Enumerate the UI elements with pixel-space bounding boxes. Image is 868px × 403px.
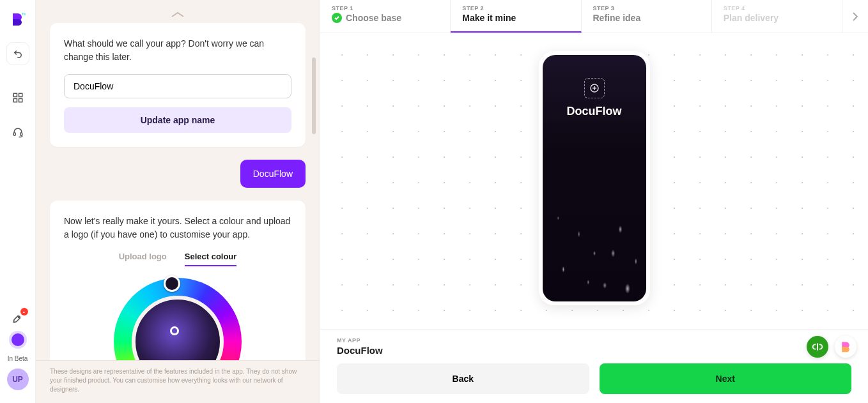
my-app-label: MY APP	[337, 337, 851, 344]
bottom-bar: MY APP DocuFlow Back Next	[320, 329, 868, 403]
main-area: STEP 1 Choose base STEP 2 Make it mine S…	[320, 0, 868, 403]
svg-rect-3	[13, 99, 17, 102]
notification-badge: •	[20, 308, 28, 316]
svg-rect-6	[20, 133, 22, 136]
undo-button[interactable]	[6, 42, 29, 65]
color-wheel[interactable]	[114, 278, 242, 360]
headset-icon[interactable]	[12, 126, 24, 138]
name-prompt-text: What should we call your app? Don't worr…	[64, 37, 291, 64]
step-3[interactable]: STEP 3 Refine idea	[582, 0, 712, 33]
svg-rect-5	[13, 133, 15, 136]
logo-placeholder[interactable]	[584, 78, 605, 98]
svg-rect-1	[13, 93, 17, 96]
svg-rect-4	[19, 99, 22, 102]
theme-color-indicator[interactable]	[9, 331, 27, 349]
brand-logo[interactable]: TM	[6, 8, 29, 31]
back-button[interactable]: Back	[337, 363, 589, 394]
phone-mockup: DocuFlow	[539, 51, 650, 305]
tab-select-colour[interactable]: Select colour	[185, 252, 237, 266]
customise-prompt-text: Now let's really make it yours. Select a…	[64, 215, 291, 241]
update-app-name-button[interactable]: Update app name	[64, 107, 291, 133]
next-button[interactable]: Next	[600, 363, 852, 394]
beta-label: In Beta	[8, 355, 28, 362]
svg-text:TM: TM	[22, 12, 26, 16]
apps-grid-icon[interactable]	[12, 92, 24, 103]
shade-handle[interactable]	[170, 326, 179, 335]
phone-background-art	[543, 141, 646, 301]
customise-card: Now let's really make it yours. Select a…	[50, 201, 306, 360]
config-panel: What should we call your app? Don't worr…	[36, 0, 320, 403]
app-name-input[interactable]	[64, 74, 291, 98]
step-1[interactable]: STEP 1 Choose base	[320, 0, 451, 33]
name-app-card: What should we call your app? Don't worr…	[50, 23, 306, 147]
hue-handle[interactable]	[164, 275, 180, 292]
svg-rect-2	[19, 93, 22, 96]
bottom-app-name: DocuFlow	[337, 345, 851, 356]
preview-canvas[interactable]: DocuFlow	[320, 33, 868, 329]
step-nav: STEP 1 Choose base STEP 2 Make it mine S…	[320, 0, 868, 33]
step-4: STEP 4 Plan delivery	[712, 0, 842, 33]
svg-rect-10	[817, 344, 818, 351]
panel-scrollbar[interactable]	[312, 57, 316, 134]
phone-app-name: DocuFlow	[567, 105, 622, 118]
step-2[interactable]: STEP 2 Make it mine	[451, 0, 581, 33]
user-message-bubble: DocuFlow	[240, 160, 306, 188]
phone-screen: DocuFlow	[543, 55, 646, 301]
rocket-icon[interactable]: •	[12, 312, 24, 324]
check-icon	[332, 13, 342, 23]
quickbooks-icon[interactable]	[807, 336, 828, 358]
user-avatar[interactable]: UP	[7, 369, 29, 390]
tab-upload-logo[interactable]: Upload logo	[119, 252, 167, 266]
steps-next-arrow[interactable]	[842, 0, 868, 33]
panel-disclaimer: These designs are representative of the …	[36, 360, 320, 403]
shade-disc[interactable]	[132, 296, 224, 360]
builder-brand-icon[interactable]	[835, 336, 856, 358]
left-rail: TM • In Beta UP	[0, 0, 36, 403]
svg-point-7	[18, 316, 20, 318]
chevron-up-icon[interactable]	[50, 10, 306, 23]
